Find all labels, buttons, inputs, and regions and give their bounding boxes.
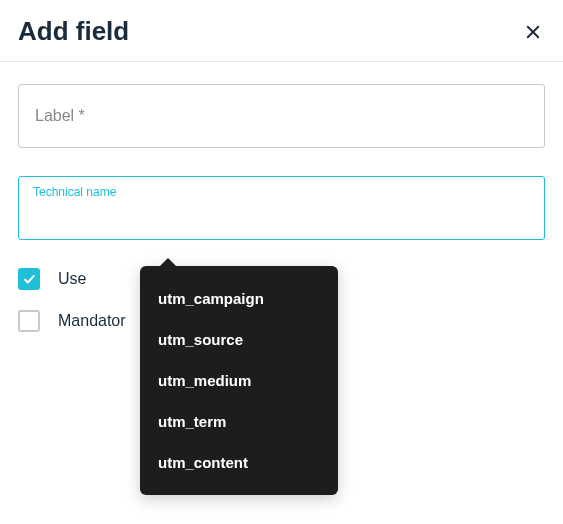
label-input-wrapper[interactable]: Label *: [18, 84, 545, 148]
close-button[interactable]: [521, 20, 545, 44]
technical-name-input-wrapper[interactable]: Technical name: [18, 176, 545, 240]
label-input-label: Label *: [35, 107, 85, 125]
dialog-header: Add field: [0, 0, 563, 62]
dropdown-item-utm-medium[interactable]: utm_medium: [140, 360, 338, 401]
use-checkbox[interactable]: [18, 268, 40, 290]
technical-name-input[interactable]: [35, 206, 528, 224]
check-icon: [22, 272, 36, 286]
technical-name-dropdown: utm_campaign utm_source utm_medium utm_t…: [140, 266, 338, 495]
use-checkbox-label: Use: [58, 270, 86, 288]
mandatory-checkbox[interactable]: [18, 310, 40, 332]
dropdown-item-utm-term[interactable]: utm_term: [140, 401, 338, 442]
dialog-title: Add field: [18, 16, 129, 47]
technical-name-input-label: Technical name: [33, 185, 116, 199]
dropdown-item-utm-campaign[interactable]: utm_campaign: [140, 278, 338, 319]
dropdown-item-utm-source[interactable]: utm_source: [140, 319, 338, 360]
close-icon: [524, 23, 542, 41]
dropdown-item-utm-content[interactable]: utm_content: [140, 442, 338, 483]
mandatory-checkbox-label: Mandator: [58, 312, 126, 330]
